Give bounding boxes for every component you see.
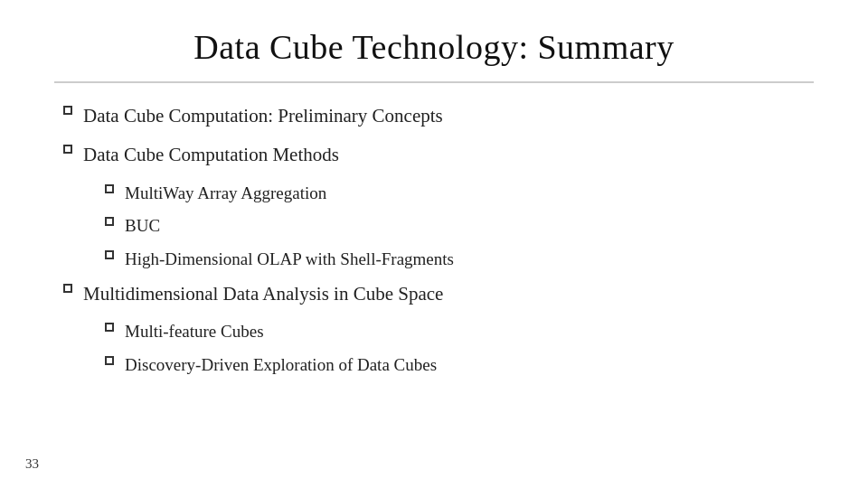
slide: Data Cube Technology: Summary Data Cube …: [0, 0, 868, 488]
bullet-icon: [105, 356, 125, 365]
content-area: Data Cube Computation: Preliminary Conce…: [54, 99, 814, 461]
bullet-text: High-Dimensional OLAP with Shell-Fragmen…: [125, 248, 454, 272]
bullet-text: MultiWay Array Aggregation: [125, 182, 326, 206]
bullet-icon: [105, 250, 125, 259]
bullet-square: [63, 145, 72, 154]
bullet-icon: [105, 217, 125, 226]
bullet-text: Data Cube Computation: Preliminary Conce…: [83, 103, 443, 129]
bullet-square: [63, 106, 72, 115]
list-item: Discovery-Driven Exploration of Data Cub…: [63, 353, 814, 378]
bullet-square: [105, 356, 114, 365]
bullet-square: [105, 217, 114, 226]
list-item: Data Cube Computation: Preliminary Conce…: [63, 103, 814, 129]
bullet-icon: [63, 145, 83, 154]
bullet-square: [105, 250, 114, 259]
bullet-text: Multidimensional Data Analysis in Cube S…: [83, 281, 443, 307]
bullet-icon: [105, 323, 125, 332]
bullet-text: BUC: [125, 214, 160, 239]
list-item: Multidimensional Data Analysis in Cube S…: [63, 281, 814, 307]
bullet-text: Multi-feature Cubes: [125, 320, 264, 344]
bullet-square: [105, 323, 114, 332]
list-item: MultiWay Array Aggregation: [63, 182, 814, 206]
bullet-square: [63, 284, 72, 293]
list-item: High-Dimensional OLAP with Shell-Fragmen…: [63, 248, 814, 272]
page-number: 33: [25, 456, 39, 472]
list-item: Multi-feature Cubes: [63, 320, 814, 344]
bullet-icon: [63, 284, 83, 293]
bullet-icon: [63, 106, 83, 115]
list-item: Data Cube Computation Methods: [63, 142, 814, 168]
slide-title: Data Cube Technology: Summary: [54, 27, 814, 67]
list-item: BUC: [63, 214, 814, 239]
bullet-icon: [105, 184, 125, 193]
bullet-square: [105, 184, 114, 193]
bullet-text: Discovery-Driven Exploration of Data Cub…: [125, 353, 437, 378]
bullet-text: Data Cube Computation Methods: [83, 142, 339, 168]
title-area: Data Cube Technology: Summary: [54, 27, 814, 83]
